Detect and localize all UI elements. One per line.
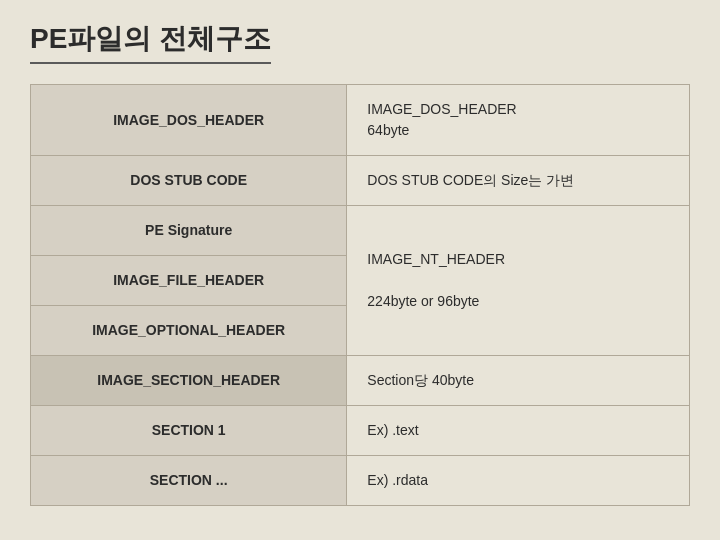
left-cell-4-content: IMAGE_FILE_HEADER [31, 256, 346, 305]
left-cell-1-content: IMAGE_DOS_HEADER [31, 96, 346, 145]
table-row: SECTION 1 Ex) .text [31, 406, 690, 456]
left-cell-1: IMAGE_DOS_HEADER [31, 85, 347, 156]
right-cell-1: IMAGE_DOS_HEADER64byte [347, 85, 690, 156]
table-wrapper: IMAGE_DOS_HEADER IMAGE_DOS_HEADER64byte … [30, 84, 690, 506]
left-cell-6-content: IMAGE_SECTION_HEADER [31, 356, 346, 405]
right-cell-3-content: IMAGE_NT_HEADER224byte or 96byte [347, 235, 689, 326]
left-cell-3: PE Signature [31, 206, 347, 256]
table-row: IMAGE_DOS_HEADER IMAGE_DOS_HEADER64byte [31, 85, 690, 156]
left-cell-3-content: PE Signature [31, 206, 346, 255]
right-cell-6: Section당 40byte [347, 356, 690, 406]
structure-table: IMAGE_DOS_HEADER IMAGE_DOS_HEADER64byte … [30, 84, 690, 506]
left-cell-7-content: SECTION 1 [31, 406, 346, 455]
left-cell-2: DOS STUB CODE [31, 156, 347, 206]
left-cell-8-content: SECTION ... [31, 456, 346, 505]
table-row: SECTION ... Ex) .rdata [31, 456, 690, 506]
left-cell-4: IMAGE_FILE_HEADER [31, 256, 347, 306]
right-cell-7-content: Ex) .text [347, 406, 689, 455]
right-cell-2-content: DOS STUB CODE의 Size는 가변 [347, 156, 689, 205]
page-title: PE파일의 전체구조 [30, 20, 271, 64]
table-row: PE Signature IMAGE_NT_HEADER224byte or 9… [31, 206, 690, 256]
right-cell-6-content: Section당 40byte [347, 356, 689, 405]
left-cell-5: IMAGE_OPTIONAL_HEADER [31, 306, 347, 356]
left-cell-8: SECTION ... [31, 456, 347, 506]
right-cell-8: Ex) .rdata [347, 456, 690, 506]
left-cell-7: SECTION 1 [31, 406, 347, 456]
left-cell-2-content: DOS STUB CODE [31, 156, 346, 205]
table-row: DOS STUB CODE DOS STUB CODE의 Size는 가변 [31, 156, 690, 206]
title-area: PE파일의 전체구조 [30, 20, 690, 64]
table-row: IMAGE_SECTION_HEADER Section당 40byte [31, 356, 690, 406]
right-cell-2: DOS STUB CODE의 Size는 가변 [347, 156, 690, 206]
right-cell-3-merged: IMAGE_NT_HEADER224byte or 96byte [347, 206, 690, 356]
right-cell-7: Ex) .text [347, 406, 690, 456]
page-container: PE파일의 전체구조 IMAGE_DOS_HEADER IMAGE_DOS_HE… [0, 0, 720, 540]
right-cell-1-content: IMAGE_DOS_HEADER64byte [347, 85, 689, 155]
left-cell-5-content: IMAGE_OPTIONAL_HEADER [31, 306, 346, 355]
left-cell-6: IMAGE_SECTION_HEADER [31, 356, 347, 406]
right-cell-8-content: Ex) .rdata [347, 456, 689, 505]
